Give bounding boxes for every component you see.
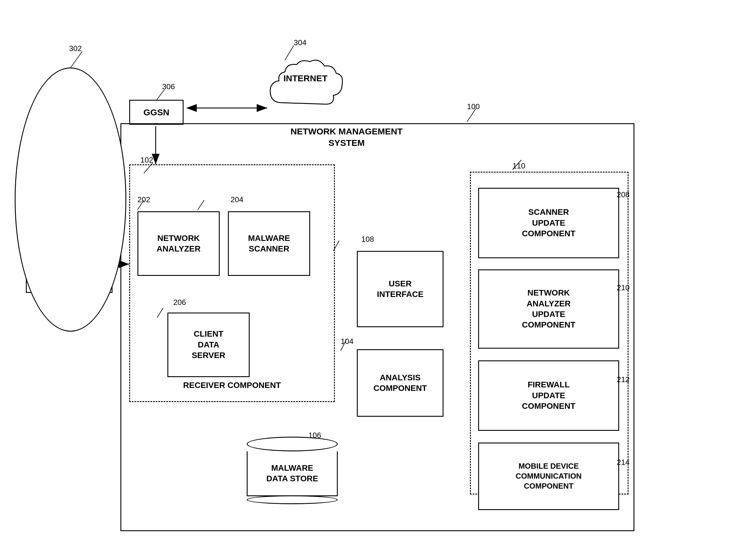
ref-102: 102 (140, 155, 153, 165)
ref-108: 108 (361, 235, 374, 244)
malware-data-store-cylinder: MALWAREDATA STORE (247, 437, 338, 504)
ref-104: 104 (341, 337, 353, 346)
mobile-network-ellipse (15, 67, 126, 332)
user-interface-box: USERINTERFACE (357, 251, 444, 327)
ref-206: 206 (173, 298, 186, 307)
receiver-component-label: RECEIVER COMPONENT (141, 380, 323, 390)
ref-212: 212 (617, 375, 629, 384)
ref-204: 204 (230, 195, 243, 204)
ref-214: 214 (617, 458, 629, 467)
client-data-server-box: CLIENTDATASERVER (167, 313, 250, 377)
mobile-device-communication-component-box: MOBILE DEVICECOMMUNICATIONCOMPONENT (478, 443, 619, 510)
internet-cloud: INTERNET (264, 56, 346, 114)
internet-label: INTERNET (264, 74, 346, 83)
nms-title: NETWORK MANAGEMENTSYSTEM (273, 126, 420, 148)
analysis-component-box: ANALYSISCOMPONENT (357, 349, 444, 417)
ref-202: 202 (137, 195, 150, 204)
network-analyzer-box: NETWORKANALYZER (137, 211, 220, 276)
ref-110: 110 (512, 162, 525, 171)
network-analyzer-update-component-box: NETWORKANALYZERUPDATECOMPONENT (478, 269, 619, 349)
ref-302: 302 (69, 44, 82, 53)
malware-scanner-box: MALWARESCANNER (228, 211, 310, 276)
ref-304: 304 (294, 38, 306, 47)
ref-106: 106 (308, 431, 321, 440)
svg-line-9 (156, 89, 165, 101)
ref-210: 210 (617, 283, 629, 292)
firewall-update-component-box: FIREWALLUPDATECOMPONENT (478, 360, 619, 431)
ref-306: 306 (162, 82, 175, 91)
diagram: MOBILENETWORK 302 MOBILEDEVICE 308 CLIEN… (0, 0, 756, 557)
ref-100: 100 (467, 102, 480, 111)
scanner-update-component-box: SCANNERUPDATECOMPONENT (478, 188, 619, 258)
ref-208: 208 (617, 190, 629, 199)
ggsn-box: GGSN (129, 100, 184, 125)
